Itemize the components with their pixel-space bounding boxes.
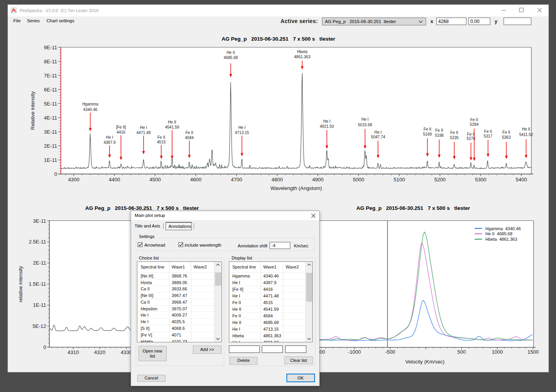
svg-text:He I: He I (140, 125, 147, 130)
svg-text:4713.15: 4713.15 (235, 131, 249, 135)
svg-text:4300: 4300 (68, 177, 79, 183)
svg-text:5235: 5235 (450, 136, 459, 140)
svg-text:5200: 5200 (434, 177, 446, 183)
svg-text:Fe II: Fe II (423, 127, 431, 131)
svg-text:4861.363: 4861.363 (294, 55, 311, 59)
svg-text:5411.52: 5411.52 (519, 132, 533, 137)
svg-text:He II: He II (168, 120, 176, 124)
svg-text:2.5E-11: 2.5E-11 (29, 239, 46, 245)
svg-text:Fe II: Fe II (450, 131, 458, 135)
svg-text:4921.93: 4921.93 (320, 124, 334, 129)
svg-text:Fe II: Fe II (470, 118, 478, 122)
svg-text:Velocity (Km/sec): Velocity (Km/sec) (405, 359, 444, 365)
svg-text:4310: 4310 (68, 349, 79, 355)
svg-text:8E-11: 8E-11 (44, 59, 57, 64)
svg-text:9E-11: 9E-11 (44, 45, 57, 50)
svg-text:He I: He I (238, 125, 245, 130)
svg-text:4700: 4700 (231, 177, 242, 183)
svg-text:1500: 1500 (527, 349, 539, 355)
svg-text:4685.68: 4685.68 (224, 55, 238, 60)
svg-text:Hbeta 4861.363: Hbeta 4861.363 (486, 237, 517, 242)
svg-text:5047.74: 5047.74 (371, 135, 385, 139)
svg-text:1.5E-11: 1.5E-11 (29, 281, 46, 287)
svg-text:2E-11: 2E-11 (44, 143, 57, 149)
svg-text:He I: He I (374, 130, 381, 134)
svg-text:He I: He I (106, 135, 113, 140)
svg-text:500: 500 (457, 349, 466, 355)
svg-text:1E-11: 1E-11 (44, 157, 57, 163)
svg-text:AG Peg_p 2015-06-30.251 7: AG Peg_p 2015-06-30.251 7 x 500 s tleste… (221, 36, 335, 42)
svg-text:4340.46: 4340.46 (83, 107, 98, 112)
svg-text:4387.9: 4387.9 (104, 140, 116, 145)
svg-text:1000: 1000 (492, 349, 503, 355)
svg-text:5E-12: 5E-12 (32, 323, 46, 329)
svg-text:5198: 5198 (435, 133, 444, 138)
svg-text:He I: He I (362, 117, 369, 122)
svg-text:3E-11: 3E-11 (44, 129, 57, 135)
svg-text:0: 0 (43, 344, 46, 350)
svg-text:Fe II: Fe II (157, 135, 165, 140)
svg-text:4600: 4600 (190, 177, 202, 183)
svg-text:-500: -500 (385, 349, 395, 355)
svg-text:Relative intensity: Relative intensity (30, 91, 36, 130)
svg-text:4471.48: 4471.48 (137, 131, 151, 135)
svg-text:1E-11: 1E-11 (33, 302, 46, 308)
svg-text:5400: 5400 (516, 177, 527, 183)
svg-text:4416: 4416 (117, 130, 126, 134)
svg-text:4541.59: 4541.59 (165, 125, 180, 129)
svg-text:Fe II: Fe II (467, 132, 475, 136)
svg-text:5363: 5363 (502, 135, 511, 140)
svg-text:AG Peg_p 2015-06-30.251 7: AG Peg_p 2015-06-30.251 7 x 500 s tleste… (356, 205, 470, 211)
svg-text:He II: He II (227, 50, 235, 55)
svg-text:Wavelength (Angstom): Wavelength (Angstom) (270, 185, 322, 191)
svg-text:0: 0 (54, 171, 57, 177)
svg-text:He I: He I (323, 119, 330, 124)
svg-text:4800: 4800 (272, 177, 283, 183)
svg-text:[Fe II]: [Fe II] (116, 125, 126, 129)
svg-text:Fe II: Fe II (502, 130, 510, 134)
svg-text:AG Peg_p 2015-06-30.251 7: AG Peg_p 2015-06-30.251 7 x 500 s tleste… (85, 205, 199, 211)
svg-text:4400: 4400 (109, 177, 120, 183)
svg-text:4900: 4900 (312, 177, 324, 183)
svg-text:5E-11: 5E-11 (44, 101, 57, 107)
svg-text:5300: 5300 (475, 177, 486, 183)
svg-text:He II: He II (522, 127, 530, 131)
svg-text:6E-11: 6E-11 (44, 87, 57, 93)
svg-text:5169: 5169 (423, 132, 432, 136)
svg-text:4584: 4584 (185, 136, 194, 140)
svg-text:4320: 4320 (94, 349, 106, 355)
svg-text:5100: 5100 (394, 177, 405, 183)
svg-text:5317: 5317 (484, 134, 493, 138)
svg-text:2E-11: 2E-11 (33, 260, 46, 266)
svg-text:5015.68: 5015.68 (358, 123, 372, 127)
svg-text:3E-11: 3E-11 (33, 218, 46, 224)
svg-text:Hbeta: Hbeta (297, 50, 308, 54)
svg-text:Hgamma: Hgamma (82, 102, 98, 106)
svg-text:7E-11: 7E-11 (44, 73, 57, 79)
svg-text:Hgamma 4340.46: Hgamma 4340.46 (486, 226, 521, 231)
svg-text:4500: 4500 (149, 177, 161, 183)
svg-text:Fe II: Fe II (435, 128, 443, 132)
svg-text:5000: 5000 (353, 177, 364, 183)
svg-text:relative intensity: relative intensity (18, 266, 23, 303)
svg-text:4E-11: 4E-11 (44, 115, 57, 121)
svg-text:-1000: -1000 (348, 349, 361, 355)
svg-text:He II 4685.68: He II 4685.68 (486, 231, 513, 236)
svg-text:Fe II: Fe II (484, 129, 492, 134)
svg-text:Fe II: Fe II (185, 131, 193, 135)
svg-text:5284: 5284 (470, 122, 479, 127)
svg-text:4515: 4515 (157, 140, 166, 144)
